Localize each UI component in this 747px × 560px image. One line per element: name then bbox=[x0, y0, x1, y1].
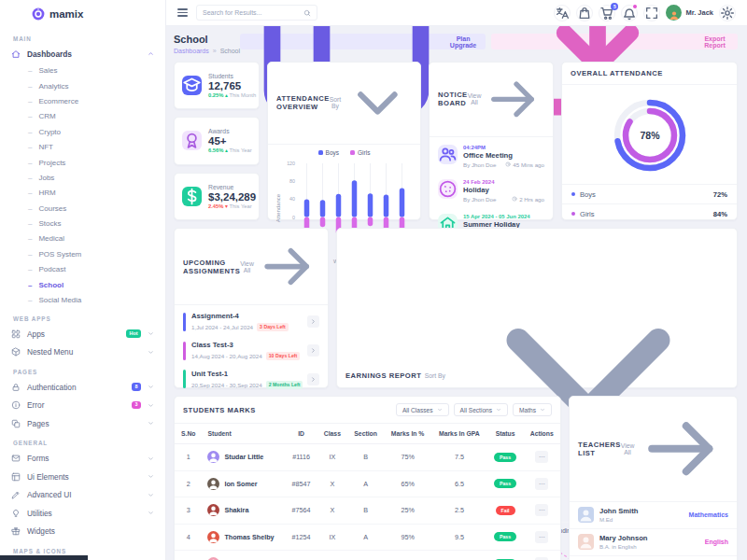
translate-icon bbox=[555, 6, 570, 21]
hamburger-menu-icon[interactable] bbox=[177, 8, 188, 17]
sidebar-item-pages[interactable]: Pages bbox=[0, 414, 165, 433]
assignment-item[interactable]: Unit Test-120,Sep 2024 - 30,Sep 20242 Mo… bbox=[175, 365, 328, 394]
sidebar-item-nested-menu[interactable]: Nested Menu bbox=[0, 343, 165, 361]
notifications-button[interactable] bbox=[621, 5, 638, 21]
sidebar-subitem-projects[interactable]: Projects bbox=[0, 155, 165, 170]
assignment-open-button[interactable] bbox=[307, 344, 319, 357]
teacher-name: John Smith bbox=[599, 507, 684, 515]
sidebar-item-error[interactable]: Error3 bbox=[0, 396, 165, 414]
cell-marks-gpa: 9.5 bbox=[431, 524, 487, 551]
cart-button[interactable]: 5 bbox=[599, 5, 615, 21]
row-actions-button[interactable] bbox=[535, 504, 548, 516]
cell-id: #7564 bbox=[285, 497, 317, 525]
row-actions-button[interactable] bbox=[535, 451, 548, 463]
teacher-avatar bbox=[578, 507, 594, 523]
sidebar-subitem-crm[interactable]: CRM bbox=[0, 109, 165, 124]
sidebar-subitem-stocks[interactable]: Stocks bbox=[0, 216, 165, 231]
sidebar-subitem-sales[interactable]: Sales bbox=[0, 63, 165, 78]
sidebar-subitem-courses[interactable]: Courses bbox=[0, 201, 165, 216]
sidebar-item-authentication[interactable]: Authentication8 bbox=[0, 378, 165, 397]
teacher-item[interactable]: Mary JohnsonB.A. in EnglishEnglish bbox=[570, 529, 737, 556]
teacher-item[interactable]: John SmithM.EdMathematics bbox=[570, 502, 737, 529]
row-actions-button[interactable] bbox=[535, 531, 548, 543]
notice-item[interactable]: 24 Feb 2024HolidayBy Jhon Doe2 Hrs ago bbox=[430, 174, 553, 208]
gift-icon bbox=[11, 526, 21, 536]
filter-dropdown-all-classes[interactable]: All Classes bbox=[396, 403, 449, 416]
assignment-badge: 3 Days Left bbox=[257, 323, 289, 331]
teachers-view-all-link[interactable]: View All bbox=[621, 403, 728, 495]
user-menu[interactable]: Mr. Jack bbox=[666, 5, 713, 21]
medal-icon bbox=[182, 131, 202, 150]
sidebar-item-dashboards[interactable]: Dashboards bbox=[0, 45, 165, 63]
cart-badge: 5 bbox=[611, 3, 618, 10]
page-header: School Dashboards School Plan Upgrade Ex… bbox=[174, 34, 738, 54]
cell-sno: 5 bbox=[175, 551, 202, 560]
sidebar-section-label: MAIN bbox=[0, 28, 165, 45]
cell-marks-pct: 62% bbox=[384, 551, 431, 560]
sidebar-item-label: Pages bbox=[27, 419, 141, 428]
sidebar-subitem-hrm[interactable]: HRM bbox=[0, 186, 165, 201]
plan-upgrade-button[interactable]: Plan Upgrade bbox=[240, 34, 486, 49]
column-header-actions: Actions bbox=[523, 424, 560, 444]
sidebar-item-label: Error bbox=[27, 400, 125, 410]
sidebar-item-advanced-ui[interactable]: Advanced UI bbox=[0, 485, 165, 504]
sidebar-subitem-podcast[interactable]: Podcast bbox=[0, 262, 165, 277]
assignment-item[interactable]: Class Test-314,Aug 2024 - 20,Aug 202410 … bbox=[175, 336, 328, 365]
assignment-item[interactable]: Assignment-41,Jul 2024 - 24,Jul 20243 Da… bbox=[175, 307, 328, 336]
sidebar-subitem-jobs[interactable]: Jobs bbox=[0, 170, 165, 185]
teacher-item[interactable]: Robert DavisPh.D. in SciencePhysics bbox=[570, 556, 737, 560]
notice-item[interactable]: 04:24PMOffice MeetingBy Jhon Doe45 Mins … bbox=[430, 139, 553, 174]
attendance-sort-dropdown[interactable]: Sort By bbox=[330, 69, 412, 137]
language-button[interactable] bbox=[554, 5, 571, 21]
sidebar-item-forms[interactable]: Forms bbox=[0, 449, 165, 468]
assignments-view-all-link[interactable]: View All bbox=[240, 235, 319, 298]
sidebar-nav: MAINDashboardsSalesAnalyticsEcommerceCRM… bbox=[0, 28, 165, 557]
sidebar-item-widgets[interactable]: Widgets bbox=[0, 522, 165, 540]
student-avatar bbox=[207, 531, 219, 543]
legend-dot bbox=[318, 150, 323, 155]
student-avatar bbox=[207, 478, 219, 490]
row-actions-button[interactable] bbox=[535, 478, 548, 490]
sidebar-subitem-pos-system[interactable]: POS System bbox=[0, 246, 165, 261]
sidebar-subitem-analytics[interactable]: Analytics bbox=[0, 78, 165, 93]
sidebar-item-ui-elements[interactable]: Ui Elements bbox=[0, 468, 165, 486]
settings-button[interactable] bbox=[719, 5, 736, 21]
table-row: 3Shakira#7564XB25%2.5Fail bbox=[175, 497, 560, 525]
chevron-down-icon bbox=[148, 420, 154, 427]
uibox-icon bbox=[11, 472, 21, 482]
sidebar-subitem-social-media[interactable]: Social Media bbox=[0, 292, 165, 307]
sidebar-subitem-ecommerce[interactable]: Ecommerce bbox=[0, 93, 165, 108]
fullscreen-button[interactable] bbox=[643, 5, 660, 21]
svg-text:0: 0 bbox=[292, 214, 295, 219]
notice-date: 15 Apr 2024 - 05 Jun 2024 bbox=[463, 214, 544, 219]
notice-view-all-link[interactable]: View All bbox=[468, 69, 544, 130]
info-icon bbox=[11, 400, 21, 410]
sidebar-badge: Hot bbox=[126, 329, 141, 337]
cell-id: #7458 bbox=[285, 551, 317, 560]
student-avatar bbox=[207, 451, 219, 463]
student-name: Ion Somer bbox=[224, 480, 257, 488]
sidebar-subitem-medical[interactable]: Medical bbox=[0, 231, 165, 246]
sidebar-item-utilities[interactable]: Utilities bbox=[0, 504, 165, 523]
export-report-button[interactable]: Export Report bbox=[491, 34, 738, 49]
filter-dropdown-maths[interactable]: Maths bbox=[513, 403, 552, 416]
cell-id: #8547 bbox=[285, 470, 317, 497]
shop-button[interactable] bbox=[576, 5, 593, 21]
column-header-s-no: S.No bbox=[175, 424, 202, 444]
sidebar-subitem-crypto[interactable]: Crypto bbox=[0, 124, 165, 139]
filter-dropdown-all-sections[interactable]: All Sections bbox=[454, 403, 508, 416]
breadcrumb-dashboards[interactable]: Dashboards bbox=[174, 48, 209, 54]
sidebar-subitem-school[interactable]: School bbox=[0, 277, 165, 292]
brand-logo[interactable]: mamix bbox=[0, 0, 165, 28]
sidebar-section-label: GENERAL bbox=[0, 432, 165, 449]
overall-row-label: Boys bbox=[580, 190, 596, 199]
assignment-open-button[interactable] bbox=[307, 315, 319, 328]
teacher-subject: Mathematics bbox=[689, 511, 728, 518]
sidebar-subitem-nft[interactable]: NFT bbox=[0, 139, 165, 154]
search-input[interactable] bbox=[203, 9, 300, 16]
assignment-open-button[interactable] bbox=[307, 373, 319, 385]
overall-row-value: 72% bbox=[713, 190, 727, 199]
sidebar-item-apps[interactable]: AppsHot bbox=[0, 325, 165, 343]
students-marks-card: STUDENTS MARKS All ClassesAll SectionsMa… bbox=[174, 396, 561, 560]
overall-row-boys: Boys72% bbox=[562, 184, 737, 203]
